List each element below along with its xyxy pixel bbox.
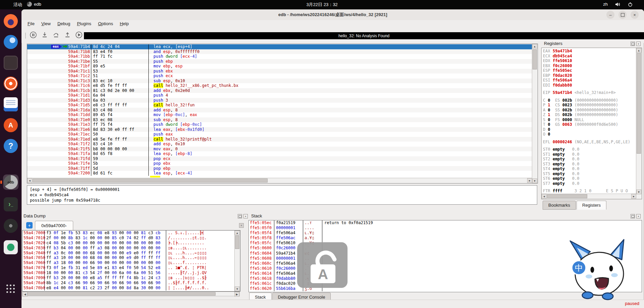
- float-panel-icon[interactable]: [631, 214, 635, 218]
- register-row[interactable]: ECX db945ca4: [543, 54, 636, 59]
- step-over-button[interactable]: [52, 31, 60, 39]
- register-row[interactable]: ST7 empty 0.0: [543, 181, 636, 186]
- disasm-row[interactable]: 59a4:71c383 ec 10sub esp, 0x10: [27, 79, 532, 84]
- dump-row[interactable]: 59a4:7070f3 0f 1e fb 31 ed 5e 89 e1 83 e…: [22, 265, 235, 270]
- disasm-row[interactable]: 59a4:71b883 e4 f0and esp, 0xfffffff0: [27, 49, 532, 54]
- dump-row[interactable]: 59a4:7020c4 08 5b c3 00 00 00 00 00 00 0…: [22, 241, 235, 246]
- register-row[interactable]: ST3 empty 0.0: [543, 162, 636, 167]
- dump-row[interactable]: 59a4:7030ff b3 04 00 00 00 ff a3 08 00 0…: [22, 246, 235, 251]
- menu-item-debug[interactable]: Debug: [54, 20, 74, 28]
- dump-row[interactable]: 59a4:7000f3 0f 1e fb 53 83 ec 08 e8 93 0…: [22, 230, 235, 236]
- register-row[interactable]: ESP ffe505ec: [543, 68, 636, 73]
- disasm-row[interactable]: 59a4:71cb81 c3 0d 2e 00 00add ebx, 0x2e0…: [27, 88, 532, 93]
- disasm-row[interactable]: 59a4:71f5b8 00 00 00 00mov eax, 0: [27, 147, 532, 152]
- dump-row[interactable]: 59a4:70b0e8 e4 00 00 00 81 c2 23 2f 00 0…: [22, 286, 235, 291]
- register-row[interactable]: FTR ffff 3 2 1 0 E S P U O: [543, 189, 636, 194]
- dump-row[interactable]: 59a4:70a08b 1c 24 c3 66 90 66 90 66 90 6…: [22, 280, 235, 286]
- disasm-row[interactable]: 59a4:71bf89 e5mov ebp, esp: [27, 64, 532, 69]
- window-titlebar[interactable]: edb - /home/ws2022416246/桌面/ws/4/hello_3…: [21, 9, 644, 20]
- register-row[interactable]: EAX 59a471b4: [543, 49, 636, 54]
- clock[interactable]: 3月22日 23：32: [306, 2, 337, 8]
- float-panel-icon[interactable]: [631, 42, 635, 46]
- register-row[interactable]: ST4 empty 0.0: [543, 166, 636, 171]
- registers-panel-buttons[interactable]: ×: [631, 42, 641, 46]
- menu-item-help[interactable]: Help: [117, 20, 132, 28]
- register-row[interactable]: ESI ffe506a4: [543, 78, 636, 83]
- menu-item-options[interactable]: Options: [95, 20, 117, 28]
- disasm-row[interactable]: 59a4:71d16a 04push 4: [27, 93, 532, 98]
- maximize-button[interactable]: [618, 11, 627, 19]
- dock-item-help[interactable]: ?: [3, 138, 18, 154]
- disasm-row[interactable]: 59a4:71be55push ebp: [27, 59, 532, 64]
- dock-item-screenshot-tool[interactable]: [3, 218, 18, 234]
- register-row[interactable]: ST2 empty 0.0: [543, 157, 636, 162]
- close-button[interactable]: ×: [631, 11, 639, 19]
- pause-button[interactable]: [29, 31, 38, 39]
- system-tray[interactable]: zh: [603, 2, 633, 7]
- disasm-row[interactable]: 59a4:71e083 ec 08sub esp, 8: [27, 117, 532, 122]
- register-row[interactable]: EDI f0dabb80: [543, 83, 636, 88]
- data-dump-panel-buttons[interactable]: ×: [238, 214, 248, 218]
- dump-region-tab[interactable]: 0x59a47000-0x59a48000: [35, 221, 73, 230]
- register-row[interactable]: D 0: [543, 127, 636, 132]
- disasm-row[interactable]: 59a4:71fd59pop ecx: [27, 156, 532, 161]
- close-dump-tab-icon[interactable]: ×: [239, 223, 244, 228]
- dock-item-settings[interactable]: [3, 240, 18, 255]
- dock-item-show-applications[interactable]: [3, 281, 18, 297]
- disasm-row[interactable]: 59a4:71ede8 5e fe ff ffcall hello_32!pri…: [27, 137, 532, 142]
- menu-item-view[interactable]: View: [38, 20, 54, 28]
- disassembly-vscrollbar[interactable]: ▲ ▼: [532, 44, 538, 183]
- dump-row[interactable]: 59a4:7090ff b3 20 00 00 00 e8 a5 ff ff f…: [22, 275, 235, 280]
- disasm-row[interactable]: 59a4:71fe5bpop ebx: [27, 161, 532, 166]
- disasm-row[interactable]: 59a4:71c6e8 d5 fe ff ffcall hello_32!__x…: [27, 83, 532, 88]
- register-row[interactable]: EIP 59a471b4 <hello_32!main+0>: [543, 90, 636, 95]
- stack-row[interactable]: ffe5:05f4ffe506a4ʟ.¥▯: [249, 230, 642, 236]
- register-row[interactable]: ST1 empty 0.0: [543, 152, 636, 157]
- run-button[interactable]: [75, 31, 83, 39]
- disasm-row[interactable]: 59a4:71c251push ecx: [27, 73, 532, 79]
- disasm-row[interactable]: eax59a4:71b48d 4c 24 04lea ecx, [esp+4]: [27, 44, 532, 49]
- minimize-button[interactable]: –: [606, 11, 614, 19]
- dock-item-ubuntu-software[interactable]: A: [3, 117, 18, 133]
- add-dump-tab-button[interactable]: +: [26, 222, 33, 228]
- register-row[interactable]: O 0: [543, 132, 636, 137]
- registers-view[interactable]: EAX 59a471b4ECX db945ca4EDX ffe50610EBX …: [541, 48, 642, 199]
- disasm-row[interactable]: 59a4:71d5e8 c3 ff ff ffcall hello_32!fun: [27, 103, 532, 108]
- dock-item-thunderbird[interactable]: [3, 34, 18, 50]
- focused-app-menu[interactable]: edb: [27, 2, 41, 7]
- dock-item-libreoffice-writer[interactable]: [3, 97, 18, 112]
- register-row[interactable]: ST6 empty 0.0: [543, 176, 636, 181]
- float-panel-icon[interactable]: [238, 214, 242, 218]
- disassembly-hscrollbar[interactable]: ◀ ▶: [27, 178, 532, 183]
- dump-hscrollbar[interactable]: ◀ ▶: [22, 292, 240, 296]
- dump-row[interactable]: 59a4:7060ff a3 18 00 00 00 66 90 00 00 0…: [22, 260, 235, 265]
- register-row[interactable]: S 0 FS 0000 NULL: [543, 117, 636, 122]
- stack-row[interactable]: ffe5:05f000000001....: [249, 225, 642, 230]
- disasm-row[interactable]: 59a4:71e3ff 75 f4push dword [ebp-0xc]: [27, 122, 532, 127]
- step-into-button[interactable]: [40, 31, 49, 39]
- disasm-row[interactable]: 59a4:71ec50push eax: [27, 132, 532, 137]
- dock-item-rhythmbox[interactable]: [3, 76, 18, 91]
- register-row[interactable]: EBP f0dac020: [543, 73, 636, 78]
- dock-item-terminal[interactable]: ❯_: [3, 197, 18, 212]
- disasm-row[interactable]: 59a4:71bbff 71 fcpush dword [ecx-4]: [27, 54, 532, 59]
- dock-item-text-editor[interactable]: [3, 55, 18, 70]
- registers-hscrollbar[interactable]: ◀ ▶: [542, 194, 636, 199]
- disasm-row[interactable]: 59a4:71fa8d 65 f8lea esp, [ebp-8]: [27, 151, 532, 156]
- dock-item-firefox[interactable]: [3, 13, 18, 29]
- tab-registers[interactable]: Registers: [577, 201, 606, 210]
- dump-vscrollbar[interactable]: ▲ ▼: [234, 230, 240, 291]
- input-language-indicator[interactable]: zh: [603, 2, 608, 7]
- dump-row[interactable]: 59a4:7040ff a3 0c 00 00 00 68 00 00 00 0…: [22, 251, 235, 256]
- disasm-row[interactable]: 59a4:71d36a 03push 3: [27, 98, 532, 103]
- close-panel-icon[interactable]: ×: [243, 214, 248, 218]
- stack-row[interactable]: ffe5:05ecf0a21519..тreturn to 0xf0a21519: [249, 220, 642, 225]
- register-row[interactable]: ST0 empty 0.0: [543, 147, 636, 152]
- disasm-row[interactable]: 59a4:71c153push ebx: [27, 69, 532, 74]
- register-row[interactable]: P 1 CS 0023 (0000000000000000): [543, 103, 636, 108]
- menu-item-file[interactable]: File: [24, 20, 38, 28]
- close-panel-icon[interactable]: ×: [636, 214, 641, 218]
- stack-panel-buttons[interactable]: ×: [631, 214, 641, 218]
- disasm-row[interactable]: 59a4:71f283 c4 10add esp, 0x10: [27, 142, 532, 147]
- register-row[interactable]: ST5 empty 0.0: [543, 171, 636, 176]
